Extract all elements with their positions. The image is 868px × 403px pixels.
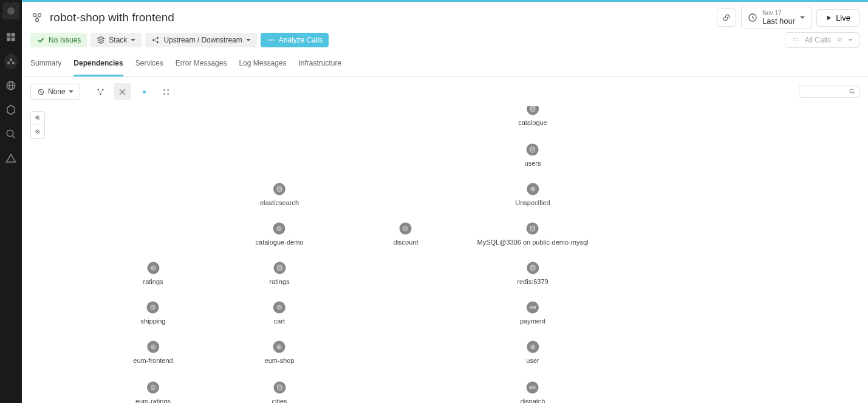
graph-node-dispatch[interactable]: dispatch [519,382,547,404]
stack-button[interactable]: Stack [91,33,142,47]
graph-search-input[interactable] [799,86,859,98]
graph-node-mysql[interactable]: MySQL@3306 on public-demo-mysql [476,223,590,246]
graph-node-eum-frontend[interactable]: eum-frontend [131,341,174,365]
nav-dashboards-icon[interactable] [4,30,18,44]
node-label: cities [270,397,289,404]
status-chip[interactable]: No Issues [30,33,87,47]
nav-infrastructure-icon[interactable] [4,103,18,117]
app-perspective-icon [30,11,44,24]
node-label: shipping [139,317,168,325]
node-label: eum-ratings [134,397,173,404]
layout-mode-2-icon[interactable] [114,83,131,100]
graph-node-redis[interactable]: redis:6379 [515,262,550,286]
graph-node-eum-shop[interactable]: eum-shop [263,341,296,365]
svg-point-23 [157,41,159,42]
node-label: elasticsearch [258,198,301,207]
dependency-graph[interactable]: catalogueusersUnspecifiedelasticsearchca… [22,106,868,403]
node-label: Unspecified [513,198,552,207]
app-logo[interactable] [2,2,19,19]
svg-rect-107 [530,387,531,388]
time-range-picker[interactable]: Nov 17 Last hour [741,7,812,29]
nav-websites-icon[interactable] [4,79,18,92]
share-link-button[interactable] [717,8,736,27]
graph-node-shipping[interactable]: shipping [139,302,168,325]
svg-point-42 [168,89,169,91]
graph-node-cities[interactable]: cities [270,382,289,404]
node-icon [273,341,285,353]
svg-point-26 [268,39,269,41]
svg-point-105 [152,387,154,388]
chevron-down-icon [246,39,251,41]
svg-point-17 [36,19,39,22]
all-calls-dropdown[interactable]: All Calls [785,32,859,48]
graph-node-user[interactable]: user [524,341,541,365]
svg-point-28 [273,39,274,41]
nav-events-icon[interactable] [4,152,18,165]
graph-node-unspecified[interactable]: Unspecified [513,183,552,207]
svg-line-37 [101,89,103,94]
svg-point-103 [532,346,534,348]
svg-point-99 [152,346,154,348]
tab-infrastructure[interactable]: Infrastructure [298,53,341,76]
tab-summary[interactable]: Summary [30,53,61,76]
graph-node-cart[interactable]: cart [272,302,287,325]
tab-services[interactable]: Services [135,53,163,76]
node-icon [273,223,285,235]
node-label: MySQL@3306 on public-demo-mysql [476,238,590,246]
flow-label: Upstream / Downstream [163,36,242,44]
toolbar: No Issues Stack Upstream / Downstream An… [22,27,868,53]
graph-node-eum-ratings[interactable]: eum-ratings [134,382,173,404]
group-by-dropdown[interactable]: None [30,84,80,100]
svg-line-53 [38,132,39,134]
tab-dependencies[interactable]: Dependencies [73,53,123,76]
node-icon [147,302,159,314]
graph-node-catalogue-demo[interactable]: catalogue-demo [254,223,306,246]
svg-point-88 [152,267,154,269]
svg-point-80 [531,188,533,190]
layout-mode-1-icon[interactable] [92,83,109,100]
svg-line-32 [39,90,43,94]
graph-node-discount[interactable]: discount [392,223,420,246]
svg-point-104 [151,385,155,390]
node-label: catalogue-demo [254,238,306,246]
tab-log-messages[interactable]: Log Messages [239,53,286,76]
graph-node-users[interactable]: users [523,144,543,168]
analyze-calls-button[interactable]: Analyze Calls [261,33,329,47]
node-icon [527,144,539,156]
zoom-in-button[interactable] [31,112,44,125]
flow-button[interactable]: Upstream / Downstream [145,33,256,47]
svg-point-78 [531,147,535,149]
svg-line-19 [38,16,39,19]
live-button[interactable]: Live [816,9,859,27]
layout-mode-3-icon[interactable] [136,83,153,100]
node-icon [273,183,285,195]
graph-controls: None [22,77,868,106]
node-label: dispatch [519,397,547,404]
graph-node-payment[interactable]: payment [518,302,547,325]
svg-point-90 [531,265,535,267]
svg-rect-95 [530,306,531,308]
graph-node-catalogue[interactable]: catalogue [516,106,549,127]
svg-point-81 [277,186,281,188]
node-label: eum-shop [263,356,296,365]
zoom-out-button[interactable] [31,125,44,138]
tabs: Summary Dependencies Services Error Mess… [22,53,868,77]
nav-applications-icon[interactable] [4,55,18,68]
nav-analyze-icon[interactable] [4,127,18,141]
graph-node-elasticsearch[interactable]: elasticsearch [258,183,301,207]
node-label: ratings [141,277,165,286]
tab-error-messages[interactable]: Error Messages [176,53,227,76]
svg-line-24 [154,38,157,41]
graph-node-ratings-r[interactable]: ratings [267,262,291,286]
svg-rect-109 [534,387,535,388]
layout-mode-4-icon[interactable] [158,83,175,100]
svg-point-91 [151,305,155,310]
svg-point-92 [152,306,154,308]
all-calls-label: All Calls [805,36,831,44]
page-header: robot-shop with frontend Nov 17 Last hou… [22,2,868,27]
node-icon [527,341,539,353]
svg-point-101 [278,346,280,348]
svg-rect-1 [7,33,10,36]
graph-node-ratings-l[interactable]: ratings [141,262,165,286]
svg-point-102 [531,345,535,349]
